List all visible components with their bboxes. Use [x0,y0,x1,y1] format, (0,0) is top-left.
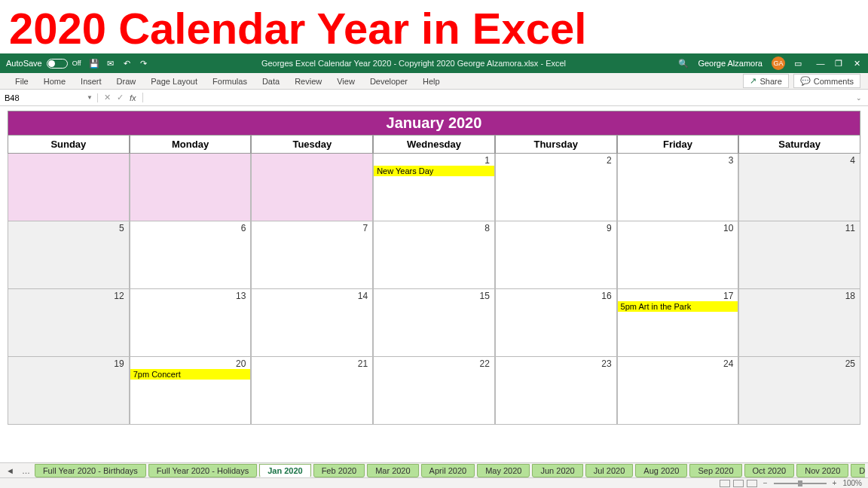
tab-page-layout[interactable]: Page Layout [143,74,205,89]
tab-scroll-left[interactable]: ◄ [3,466,17,475]
tab-draw[interactable]: Draw [109,74,144,89]
tab-insert[interactable]: Insert [73,74,109,89]
calendar-cell[interactable]: 24 [617,357,739,425]
calendar-cell[interactable]: 207pm Concert [130,357,252,425]
autosave-state: Off [72,59,81,67]
calendar-event[interactable]: 5pm Art in the Park [618,301,738,312]
sheet-tab[interactable]: Mar 2020 [367,464,418,477]
ribbon-mode-icon[interactable]: ▭ [794,59,802,69]
ribbon-tabs: File Home Insert Draw Page Layout Formul… [0,73,868,90]
calendar-cell[interactable]: 11 [738,221,860,289]
sheet-tab[interactable]: Jun 2020 [532,464,582,477]
undo-icon[interactable]: ↶ [122,59,133,69]
day-number: 11 [845,223,855,233]
expand-formula-icon[interactable]: ⌄ [850,94,868,102]
sheet-tab[interactable]: Jul 2020 [585,464,634,477]
chevron-down-icon: ▼ [87,94,93,101]
view-page-icon[interactable] [733,480,744,487]
zoom-slider[interactable] [774,483,827,484]
day-header: Friday [617,136,739,154]
calendar-cell[interactable]: 23 [495,357,617,425]
tab-scroll-more[interactable]: … [19,466,33,475]
redo-icon[interactable]: ↷ [139,59,149,69]
tab-review[interactable]: Review [287,74,329,89]
day-number: 12 [114,291,124,301]
search-icon[interactable]: 🔍 [678,59,689,69]
sheet-tab[interactable]: Full Year 2020 - Holidays [148,464,257,477]
email-icon[interactable]: ✉ [105,59,116,69]
tab-file[interactable]: File [8,74,36,89]
calendar-cell[interactable]: 7 [251,221,373,289]
sheet-tab[interactable]: Oct 2020 [744,464,795,477]
maximize-icon[interactable]: ❐ [833,59,844,69]
tab-home[interactable]: Home [36,74,73,89]
worksheet[interactable]: January 2020 SundayMondayTuesdayWednesda… [0,106,868,425]
calendar-event[interactable]: New Years Day [374,166,494,176]
avatar[interactable]: GA [772,56,785,70]
comments-button[interactable]: 💬Comments [793,74,860,88]
sheet-tab[interactable]: Nov 2020 [796,464,848,477]
sheet-tab[interactable]: Dec 20… [851,464,865,477]
calendar-cell[interactable] [8,154,130,221]
day-header: Tuesday [251,136,373,154]
save-icon[interactable]: 💾 [89,59,99,69]
calendar-cell[interactable]: 19 [8,357,130,425]
tab-data[interactable]: Data [255,74,287,89]
sheet-tab[interactable]: Sep 2020 [689,464,741,477]
name-box[interactable]: B48 ▼ [0,93,98,102]
day-header: Wednesday [373,136,495,154]
calendar-cell[interactable]: 8 [373,221,495,289]
fx-icon[interactable]: fx [130,93,136,102]
calendar-cell[interactable]: 18 [738,289,860,357]
tab-help[interactable]: Help [415,74,448,89]
day-number: 1 [484,155,490,166]
accept-formula-icon[interactable]: ✓ [117,93,124,102]
name-box-value: B48 [5,93,20,102]
autosave-toggle[interactable]: AutoSave Off [6,59,81,69]
calendar-cell[interactable]: 3 [617,154,739,221]
calendar-cell[interactable]: 16 [495,289,617,357]
calendar-cell[interactable]: 4 [738,154,860,221]
day-number: 23 [601,358,611,369]
sheet-tab[interactable]: May 2020 [477,464,530,477]
sheet-tab[interactable]: Full Year 2020 - Birthdays [35,464,146,477]
calendar-cell[interactable]: 12 [8,289,130,357]
view-normal-icon[interactable] [720,480,730,487]
calendar-cell[interactable] [130,154,252,221]
calendar-cell[interactable]: 14 [251,289,373,357]
sheet-tab[interactable]: Jan 2020 [259,464,310,477]
calendar-event[interactable]: 7pm Concert [130,369,251,380]
day-number: 16 [601,291,611,301]
calendar-cell[interactable] [251,154,373,221]
tab-view[interactable]: View [329,74,362,89]
day-number: 6 [241,223,246,233]
zoom-in-button[interactable]: + [833,479,837,487]
calendar-cell[interactable]: 22 [373,357,495,425]
calendar-cell[interactable]: 5 [8,221,130,289]
tab-formulas[interactable]: Formulas [205,74,255,89]
calendar-cell[interactable]: 25 [738,357,860,425]
tab-developer[interactable]: Developer [362,74,415,89]
zoom-level[interactable]: 100% [842,479,862,487]
sheet-tab[interactable]: April 2020 [421,464,475,477]
close-icon[interactable]: ✕ [851,59,862,69]
sheet-tab[interactable]: Aug 2020 [635,464,687,477]
sheet-tab[interactable]: Feb 2020 [313,464,365,477]
cancel-formula-icon[interactable]: ✕ [104,93,111,102]
calendar-cell[interactable]: 2 [495,154,617,221]
calendar-cell[interactable]: 175pm Art in the Park [617,289,739,357]
calendar-cell[interactable]: 21 [251,357,373,425]
calendar-cell[interactable]: 15 [373,289,495,357]
minimize-icon[interactable]: — [815,59,826,69]
zoom-out-button[interactable]: − [763,479,768,487]
calendar-cell[interactable]: 13 [130,289,252,357]
day-number: 22 [480,358,490,369]
view-break-icon[interactable] [747,480,757,487]
formula-bar: B48 ▼ ✕ ✓ fx ⌄ [0,90,868,106]
calendar-cell[interactable]: 1New Years Day [373,154,495,221]
calendar-cell[interactable]: 10 [617,221,739,289]
calendar-cell[interactable]: 9 [495,221,617,289]
comment-icon: 💬 [800,76,811,86]
share-button[interactable]: ↗Share [743,74,788,88]
calendar-cell[interactable]: 6 [130,221,252,289]
